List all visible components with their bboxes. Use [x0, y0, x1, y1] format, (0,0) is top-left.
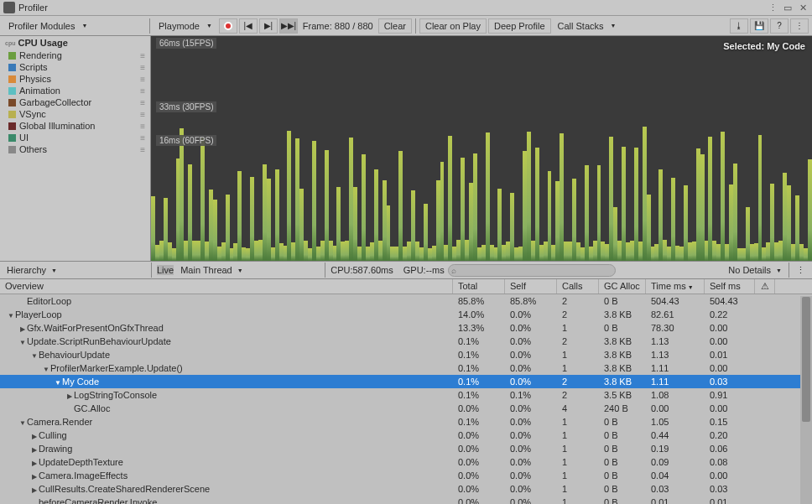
expand-arrow-icon[interactable]	[30, 486, 39, 494]
expand-arrow-icon[interactable]	[7, 312, 15, 320]
module-item-global-illumination[interactable]: Global Illumination≡	[0, 120, 150, 132]
cell-calls: 1	[557, 348, 599, 361]
current-frame-button[interactable]: ▶▶|	[279, 18, 298, 34]
call-stacks-label: Call Stacks	[558, 21, 604, 31]
cell-total: 0.0%	[453, 429, 505, 442]
cell-self: 0.0%	[505, 348, 557, 361]
table-row[interactable]: EditorLoop85.8%85.8%20 B504.43504.43	[0, 294, 812, 308]
col-warn[interactable]: ⚠	[755, 279, 775, 294]
details-dropdown[interactable]: No Details	[725, 264, 785, 276]
drag-handle-icon[interactable]: ≡	[140, 145, 145, 154]
module-item-rendering[interactable]: Rendering≡	[0, 49, 150, 61]
cell-warn	[755, 469, 775, 482]
drag-handle-icon[interactable]: ≡	[140, 86, 145, 96]
next-frame-button[interactable]: ▶|	[259, 18, 278, 34]
table-row[interactable]: CullResults.CreateSharedRendererScene0.0…	[0, 482, 812, 496]
save-button[interactable]: 💾	[750, 18, 768, 34]
expand-arrow-icon[interactable]	[30, 473, 39, 481]
module-color-icon	[8, 134, 16, 142]
table-row[interactable]: Camera.ImageEffects0.0%0.0%10 B0.040.00	[0, 469, 812, 482]
expand-arrow-icon[interactable]	[18, 419, 27, 427]
menu-button[interactable]: ⋮	[790, 18, 809, 34]
table-row[interactable]: beforeCameraRender.Invoke0.0%0.0%10 B0.0…	[0, 496, 812, 504]
menu-icon[interactable]: ⋮	[767, 2, 778, 13]
module-item-physics[interactable]: Physics≡	[0, 73, 150, 85]
table-row[interactable]: UpdateDepthTexture0.0%0.0%10 B0.090.08	[0, 455, 812, 469]
module-item-animation[interactable]: Animation≡	[0, 85, 150, 96]
playmode-dropdown[interactable]: Playmode	[154, 19, 217, 33]
table-row[interactable]: GC.Alloc0.0%0.0%4240 B0.000.00	[0, 402, 812, 415]
cell-selfms: 0.01	[705, 496, 755, 504]
table-row[interactable]: Gfx.WaitForPresentOnGfxThread13.3%0.0%10…	[0, 321, 812, 335]
cell-selfms: 0.00	[705, 402, 755, 415]
deep-profile-button[interactable]: Deep Profile	[488, 18, 551, 34]
table-row[interactable]: PlayerLoop14.0%0.0%23.8 KB82.610.22	[0, 308, 812, 321]
expand-arrow-icon[interactable]	[42, 366, 50, 373]
expand-arrow-icon[interactable]	[30, 460, 39, 467]
drag-handle-icon[interactable]: ≡	[140, 133, 145, 143]
module-item-scripts[interactable]: Scripts≡	[0, 61, 150, 73]
expand-arrow-icon[interactable]	[30, 352, 39, 360]
table-row[interactable]: My Code0.1%0.0%23.8 KB1.110.03	[0, 375, 812, 388]
expand-arrow-icon[interactable]	[54, 379, 62, 387]
prev-frame-button[interactable]: |◀	[239, 18, 258, 34]
cell-calls: 2	[557, 388, 599, 402]
close-icon[interactable]: ✕	[797, 2, 809, 13]
module-item-others[interactable]: Others≡	[0, 143, 150, 155]
col-gc[interactable]: GC Alloc	[599, 279, 646, 294]
cell-self: 0.0%	[505, 375, 557, 388]
options-icon[interactable]: ⋮	[793, 265, 809, 276]
cell-time: 1.08	[646, 388, 705, 402]
scrollbar[interactable]	[800, 296, 812, 504]
chart-area[interactable]: 66ms (15FPS) 33ms (30FPS) 16ms (60FPS) S…	[151, 36, 812, 261]
table-row[interactable]: ProfilerMarkerExample.Update()0.1%0.0%13…	[0, 361, 812, 375]
expand-arrow-icon[interactable]	[18, 325, 27, 333]
help-button[interactable]: ?	[770, 18, 789, 34]
details-label: No Details	[728, 265, 771, 275]
profiler-modules-dropdown[interactable]: Profiler Modules	[3, 19, 146, 33]
module-label: Animation	[19, 86, 60, 96]
expand-arrow-icon[interactable]	[18, 339, 27, 346]
table-row[interactable]: Camera.Render0.1%0.0%10 B1.050.15	[0, 415, 812, 429]
hierarchy-dropdown[interactable]: Hierarchy	[3, 264, 146, 276]
drag-handle-icon[interactable]: ≡	[140, 98, 145, 107]
cell-time: 0.09	[646, 455, 705, 469]
open-button[interactable]: ⭳	[730, 18, 748, 34]
table-row[interactable]: Drawing0.0%0.0%10 B0.190.06	[0, 442, 812, 455]
drag-handle-icon[interactable]: ≡	[140, 75, 145, 84]
table-row[interactable]: LogStringToConsole0.1%0.1%23.5 KB1.080.9…	[0, 388, 812, 402]
minimize-icon[interactable]: ▭	[782, 2, 794, 13]
col-total[interactable]: Total	[453, 279, 505, 294]
drag-handle-icon[interactable]: ≡	[140, 51, 145, 60]
col-overview[interactable]: Overview	[0, 279, 453, 294]
module-item-vsync[interactable]: VSync≡	[0, 108, 150, 120]
thread-dropdown[interactable]: Main Thread	[177, 264, 320, 276]
cpu-usage-header[interactable]: cpu CPU Usage	[0, 36, 150, 49]
table-row[interactable]: Culling0.0%0.0%10 B0.440.20	[0, 429, 812, 442]
record-button[interactable]	[219, 18, 237, 34]
call-stacks-dropdown[interactable]: Call Stacks	[553, 19, 622, 33]
scrollbar-thumb[interactable]	[802, 297, 810, 422]
module-item-garbagecollector[interactable]: GarbageCollector≡	[0, 96, 150, 108]
drag-handle-icon[interactable]: ≡	[140, 110, 145, 119]
drag-handle-icon[interactable]: ≡	[140, 122, 145, 131]
col-selfms[interactable]: Self ms	[705, 279, 755, 294]
expand-arrow-icon[interactable]	[30, 433, 39, 440]
drag-handle-icon[interactable]: ≡	[140, 63, 145, 72]
col-self[interactable]: Self	[505, 279, 557, 294]
clear-on-play-button[interactable]: Clear on Play	[419, 18, 487, 34]
col-calls[interactable]: Calls	[557, 279, 599, 294]
cell-time: 0.04	[646, 469, 705, 482]
module-item-ui[interactable]: UI≡	[0, 132, 150, 143]
expand-arrow-icon[interactable]	[65, 392, 74, 400]
cell-selfms: 0.00	[705, 321, 755, 335]
expand-arrow-icon[interactable]	[30, 446, 39, 454]
live-button[interactable]: Live	[157, 265, 174, 275]
clear-button[interactable]: Clear	[378, 18, 412, 34]
col-time[interactable]: Time ms▼	[646, 279, 705, 294]
toolbar: Profiler Modules Playmode |◀ ▶| ▶▶| Fram…	[0, 16, 812, 36]
table-row[interactable]: BehaviourUpdate0.1%0.0%13.8 KB1.130.01	[0, 348, 812, 361]
search-input[interactable]	[448, 264, 616, 277]
divider	[789, 262, 789, 278]
table-row[interactable]: Update.ScriptRunBehaviourUpdate0.1%0.0%2…	[0, 335, 812, 348]
